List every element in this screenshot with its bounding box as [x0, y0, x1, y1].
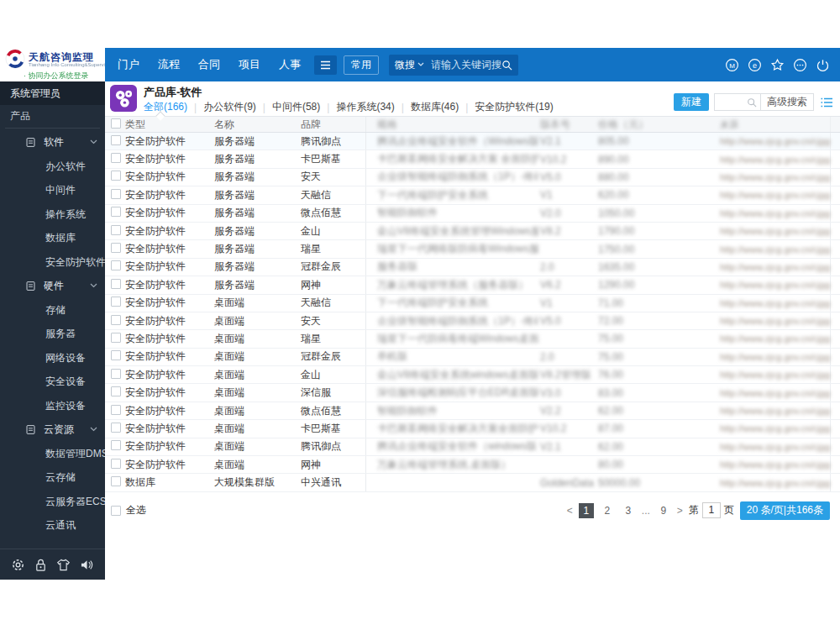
settings-icon[interactable] [11, 558, 25, 572]
pagination-page-9[interactable]: 9 [656, 503, 671, 518]
cell-spec-blurred: 企业级智能终端防御系统（1P）-终端 [366, 170, 538, 184]
global-search-input[interactable]: 请输入关键词搜 [431, 58, 501, 72]
table-row[interactable]: 数据库大规模集群版中兴通讯GoldenData s...50000.00http… [105, 474, 840, 491]
m-badge-icon[interactable]: M [725, 58, 739, 72]
tab-2[interactable]: 中间件(58) [272, 100, 320, 114]
sidebar-item[interactable]: 网络设备 [0, 346, 105, 370]
tab-4[interactable]: 数据库(46) [411, 100, 459, 114]
tab-1[interactable]: 办公软件(9) [203, 100, 256, 114]
sidebar-item[interactable]: 安全设备 [0, 370, 105, 394]
sidebar-group-0[interactable]: 软件 [0, 130, 105, 155]
advanced-search-button[interactable]: 高级搜索 [760, 93, 814, 111]
sidebar-item[interactable]: 云存储 [0, 465, 105, 490]
row-checkbox[interactable] [111, 207, 121, 217]
nav-item-3[interactable]: 项目 [239, 57, 260, 72]
select-all-label: 全选 [126, 503, 146, 517]
sidebar-item[interactable]: 数据库 [0, 226, 105, 250]
select-all-checkbox[interactable] [111, 506, 121, 516]
row-checkbox[interactable] [111, 297, 121, 307]
sidebar-group-2[interactable]: 云资源 [0, 417, 105, 442]
more-icon[interactable] [793, 58, 807, 72]
table-row[interactable]: 安全防护软件桌面端安天企业级智能终端防御系统（1P）-终端V5.072.00ht… [105, 312, 840, 330]
row-checkbox[interactable] [111, 153, 121, 163]
lock-icon[interactable] [34, 558, 47, 572]
table-row[interactable]: 安全防护软件服务器端网神万象云终端管理系统（服务器版）V6.21290.00ht… [105, 276, 840, 294]
pagination-page-3[interactable]: 3 [621, 503, 636, 518]
nav-item-0[interactable]: 门户 [118, 57, 139, 72]
sidebar-item[interactable]: 云服务器ECS [0, 490, 105, 514]
row-checkbox[interactable] [111, 315, 121, 325]
table-row[interactable]: 安全防护软件桌面端瑞星瑞星下一代防病毒终端Windows桌面版75.00http… [105, 330, 840, 348]
sidebar-item[interactable]: 数据管理DMS [0, 442, 105, 466]
pagination-page-1[interactable]: 1 [579, 503, 594, 518]
sound-icon[interactable] [80, 559, 94, 571]
sidebar-item[interactable]: 安全防护软件 [0, 250, 105, 275]
row-checkbox[interactable] [111, 225, 121, 235]
row-checkbox[interactable] [111, 440, 121, 450]
apps-menu-button[interactable] [314, 55, 337, 75]
frequently-used-button[interactable]: 常用 [344, 55, 379, 75]
jump-page-input[interactable]: 1 [702, 502, 721, 518]
table-row[interactable]: 安全防护软件桌面端腾讯御点腾讯企业终端安全软件（windows版）/ V2.1）… [105, 438, 840, 456]
table-row[interactable]: 安全防护软件服务器端卡巴斯基卡巴斯基网络安全解决方案 全面防护版...V10.2… [105, 150, 840, 168]
table-row[interactable]: 安全防护软件服务器端金山金山V8终端安全系统管理Windows服务器版V8.21… [105, 223, 840, 240]
pagination-prev[interactable]: < [567, 505, 573, 517]
tab-3[interactable]: 操作系统(34) [336, 100, 394, 114]
message-icon[interactable]: e [748, 58, 762, 72]
list-view-icon[interactable] [821, 97, 833, 108]
favorite-icon[interactable] [770, 58, 785, 72]
table-row[interactable]: 安全防护软件桌面端冠群金辰单机版2.075.00http://www.zjcg.… [105, 349, 840, 366]
table-row[interactable]: 安全防护软件桌面端天融信下一代终端防护安全系统V171.00http://www… [105, 295, 840, 312]
power-icon[interactable] [816, 58, 830, 72]
table-row[interactable]: 安全防护软件服务器端微点佰慧智能防御软件V2.01050.00http://ww… [105, 205, 840, 223]
row-checkbox[interactable] [111, 476, 121, 486]
nav-item-4[interactable]: 人事 [279, 57, 301, 72]
table-row[interactable]: 安全防护软件服务器端腾讯御点腾讯企业终端安全软件（Windows版）V2.180… [105, 133, 840, 150]
page-size-info[interactable]: 20 条/页|共166条 [740, 501, 830, 520]
pagination-next[interactable]: > [677, 505, 683, 517]
row-checkbox[interactable] [111, 369, 121, 379]
sidebar-item[interactable]: 操作系统 [0, 202, 105, 227]
search-scope-dropdown[interactable]: 微搜 [395, 58, 424, 72]
nav-item-2[interactable]: 合同 [198, 57, 220, 72]
row-checkbox[interactable] [111, 459, 121, 469]
header-checkbox[interactable] [111, 118, 121, 129]
sidebar-group-1[interactable]: 硬件 [0, 274, 105, 298]
sidebar-section-product[interactable]: 产品 [0, 105, 105, 128]
table-row[interactable]: 安全防护软件服务器端安天企业级智能终端防御系统（1P）-终端V5.0880.00… [105, 169, 840, 186]
sidebar-item[interactable]: 云通讯 [0, 513, 105, 538]
theme-icon[interactable] [56, 559, 71, 571]
table-search-input[interactable] [714, 93, 760, 111]
new-button[interactable]: 新建 [674, 93, 709, 111]
tab-0[interactable]: 全部(166) [144, 100, 187, 114]
table-row[interactable]: 安全防护软件桌面端卡巴斯基卡巴斯基网络安全解决方案全面防护版（KES）- KES… [105, 420, 840, 438]
sidebar-item[interactable]: 中间件 [0, 178, 105, 202]
login-link[interactable]: · 协同办公系统登录 [24, 71, 89, 81]
pagination-page-2[interactable]: 2 [600, 503, 615, 518]
row-checkbox[interactable] [111, 423, 121, 433]
tab-5[interactable]: 安全防护软件(19) [475, 100, 553, 114]
table-row[interactable]: 安全防护软件桌面端微点佰慧智能防御软件V2.262.00http://www.z… [105, 402, 840, 420]
row-checkbox[interactable] [111, 189, 121, 199]
sidebar-item[interactable]: 存储 [0, 298, 105, 323]
table-row[interactable]: 安全防护软件服务器端冠群金辰服务器版2.01635.00http://www.z… [105, 259, 840, 276]
table-row[interactable]: 安全防护软件服务器端天融信下一代终端防护安全系统V1620.00http://w… [105, 186, 840, 204]
row-checkbox[interactable] [111, 386, 121, 396]
row-checkbox[interactable] [111, 279, 121, 289]
table-row[interactable]: 安全防护软件桌面端网神万象云终端管理系统.桌面版）80.00http://www… [105, 456, 840, 474]
row-checkbox[interactable] [111, 260, 121, 270]
row-checkbox[interactable] [111, 135, 121, 145]
nav-item-1[interactable]: 流程 [158, 57, 180, 72]
sidebar-item[interactable]: 办公软件 [0, 155, 105, 179]
table-row[interactable]: 安全防护软件桌面端金山金山V8终端安全系统windows桌面版V8.2管理版76… [105, 366, 840, 384]
row-checkbox[interactable] [111, 350, 121, 360]
table-row[interactable]: 安全防护软件服务器端瑞星瑞星下一代网络版防病毒Windows服务器1750.00… [105, 240, 840, 258]
sidebar-item[interactable]: 服务器 [0, 322, 105, 346]
row-checkbox[interactable] [111, 405, 121, 415]
table-row[interactable]: 安全防护软件桌面端深信服深信服终端检测响应平台EDR桌面版V3.083.00ht… [105, 384, 840, 402]
row-checkbox[interactable] [111, 243, 121, 253]
sidebar-item[interactable]: 监控设备 [0, 394, 105, 418]
search-icon[interactable] [501, 60, 512, 71]
row-checkbox[interactable] [111, 333, 121, 343]
row-checkbox[interactable] [111, 171, 121, 181]
